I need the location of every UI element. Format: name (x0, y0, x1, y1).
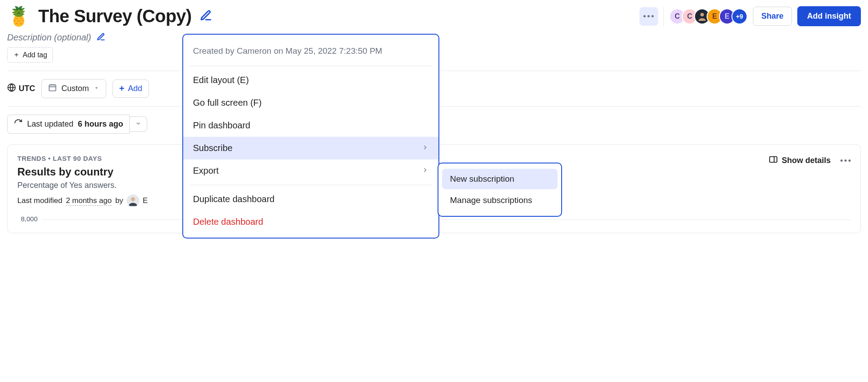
show-details-label: Show details (782, 156, 831, 165)
avatar-overflow[interactable]: +9 (731, 8, 747, 24)
add-tag-button[interactable]: ＋ Add tag (7, 47, 53, 63)
page-title[interactable]: The Survey (Copy) (38, 6, 192, 26)
date-range-label: Custom (61, 84, 89, 93)
refresh-button[interactable]: Last updated 6 hours ago (7, 115, 130, 134)
plus-icon: + (119, 84, 125, 94)
dashboard-menu: Created by Cameron on May 25, 2022 7:23:… (182, 34, 439, 239)
date-range-button[interactable]: Custom (41, 79, 106, 98)
divider (189, 66, 432, 66)
add-insight-button[interactable]: Add insight (797, 6, 861, 26)
menu-edit-layout[interactable]: Edit layout (E) (183, 69, 438, 92)
panel-icon (768, 155, 778, 167)
timezone[interactable]: UTC (7, 83, 35, 94)
title-group: 🍍 The Survey (Copy) (7, 5, 212, 27)
insight-subtitle: Percentage of Yes answers. (17, 181, 148, 190)
chevron-down-icon (135, 120, 141, 128)
divider (663, 7, 664, 26)
svg-rect-5 (770, 157, 777, 163)
submenu-new-subscription[interactable]: New subscription (442, 169, 558, 189)
add-filter-label: Add (128, 84, 142, 93)
menu-delete[interactable]: Delete dashboard (183, 211, 438, 233)
dots-icon (840, 159, 851, 162)
edit-title-icon[interactable] (200, 9, 212, 23)
edit-description-icon[interactable] (96, 32, 105, 43)
menu-duplicate[interactable]: Duplicate dashboard (183, 188, 438, 211)
globe-icon (7, 83, 16, 94)
timezone-label: UTC (19, 84, 35, 93)
insight-modified: Last modified 2 months ago by E (17, 195, 148, 207)
modified-prefix: Last modified (17, 196, 62, 205)
description-placeholder[interactable]: Description (optional) (7, 32, 91, 43)
svg-point-0 (700, 13, 704, 16)
menu-export[interactable]: Export (183, 159, 438, 182)
more-menu-button[interactable] (639, 7, 658, 26)
insight-more-button[interactable] (840, 159, 851, 162)
menu-created-info: Created by Cameron on May 25, 2022 7:23:… (183, 39, 438, 63)
svg-rect-2 (49, 85, 56, 91)
add-tag-label: Add tag (23, 51, 47, 59)
header: 🍍 The Survey (Copy) C C E E +9 Share Add… (7, 5, 861, 27)
author-avatar[interactable] (127, 195, 139, 207)
share-button[interactable]: Share (753, 7, 792, 26)
last-updated-relative: 6 hours ago (78, 119, 123, 129)
menu-subscribe[interactable]: Subscribe (183, 137, 438, 159)
insight-breadcrumb: TRENDS • LAST 90 DAYS (17, 155, 148, 162)
last-updated-prefix: Last updated (27, 119, 73, 129)
dashboard-emoji[interactable]: 🍍 (7, 5, 30, 27)
y-axis-tick: 8,000 (17, 215, 38, 223)
header-actions: C C E E +9 Share Add insight (639, 6, 861, 26)
insight-title[interactable]: Results by country (17, 166, 148, 178)
chevron-down-icon (93, 84, 100, 93)
chevron-right-icon (422, 143, 429, 153)
author-initial: E (143, 196, 148, 205)
submenu-manage-subscriptions[interactable]: Manage subscriptions (442, 190, 558, 211)
show-details-button[interactable]: Show details (768, 155, 831, 167)
dots-icon (643, 15, 654, 17)
refresh-options-button[interactable] (130, 116, 147, 132)
insight-actions: Show details (768, 155, 851, 167)
menu-pin-dashboard[interactable]: Pin dashboard (183, 114, 438, 137)
divider (189, 185, 432, 185)
svg-point-4 (131, 197, 135, 201)
modified-relative: 2 months ago (66, 196, 112, 206)
menu-full-screen[interactable]: Go full screen (F) (183, 92, 438, 114)
collaborator-avatars[interactable]: C C E E +9 (669, 8, 747, 24)
add-filter-button[interactable]: + Add (113, 80, 149, 98)
refresh-icon (14, 119, 23, 130)
chevron-right-icon (422, 166, 429, 176)
chart-gridline (41, 219, 851, 220)
calendar-icon (48, 83, 57, 94)
subscribe-submenu: New subscription Manage subscriptions (438, 163, 562, 217)
plus-icon: ＋ (13, 50, 20, 60)
modified-by: by (115, 196, 123, 205)
